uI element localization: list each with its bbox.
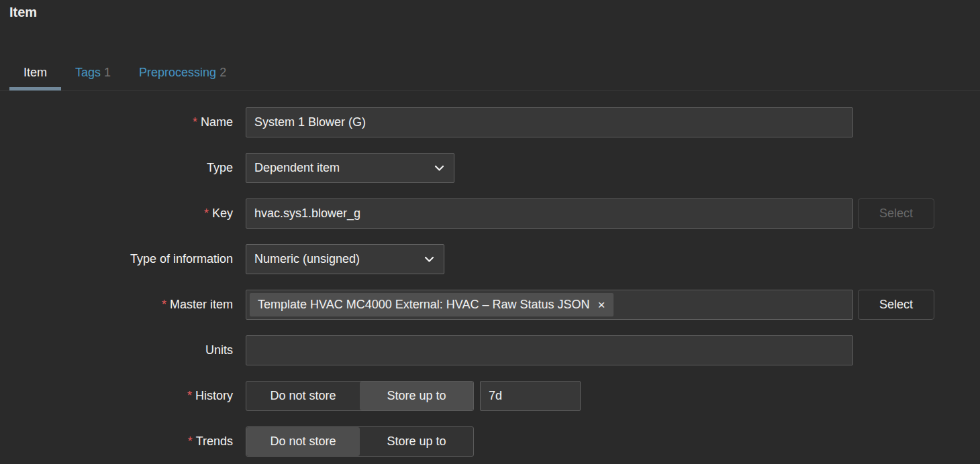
history-label: *History — [0, 381, 233, 411]
trends-toggle: Do not store Store up to — [246, 426, 474, 457]
form-row-type-of-information: Type of information Numeric (unsigned) — [0, 244, 980, 274]
form-row-name: *Name — [0, 107, 980, 137]
tab-preprocessing-label: Preprocessing — [139, 66, 216, 79]
tab-item-label: Item — [23, 66, 47, 79]
tab-preprocessing-count: 2 — [219, 66, 226, 79]
tab-preprocessing[interactable]: Preprocessing2 — [125, 60, 240, 91]
form-row-trends: *Trends Do not store Store up to — [0, 426, 980, 457]
units-label: Units — [0, 335, 233, 365]
tab-tags[interactable]: Tags1 — [61, 60, 125, 91]
history-storage-period-input[interactable] — [480, 381, 581, 411]
master-item-label: *Master item — [0, 290, 233, 320]
remove-icon[interactable]: × — [598, 298, 605, 311]
form-row-master-item: *Master item Template HVAC MC4000 Extern… — [0, 290, 980, 320]
key-label: *Key — [0, 198, 233, 229]
required-asterisk: * — [188, 434, 193, 448]
form-row-units: Units — [0, 335, 980, 365]
type-of-information-label: Type of information — [0, 244, 233, 274]
chevron-down-icon — [424, 256, 434, 263]
form-row-type: Type Dependent item — [0, 153, 980, 183]
history-do-not-store-button[interactable]: Do not store — [246, 382, 360, 410]
key-input[interactable] — [246, 198, 853, 229]
trends-store-up-to-button[interactable]: Store up to — [360, 427, 473, 456]
key-select-button[interactable]: Select — [858, 198, 934, 229]
name-input[interactable] — [246, 107, 853, 137]
type-select[interactable]: Dependent item — [246, 153, 454, 183]
tab-tags-label: Tags — [75, 66, 101, 79]
trends-label: *Trends — [0, 426, 233, 457]
master-item-select-button[interactable]: Select — [858, 290, 934, 320]
type-of-information-select[interactable]: Numeric (unsigned) — [246, 244, 444, 274]
master-item-chip-label: Template HVAC MC4000 External: HVAC – Ra… — [258, 298, 590, 312]
required-asterisk: * — [187, 389, 192, 402]
required-asterisk: * — [162, 298, 166, 311]
name-label: *Name — [0, 107, 233, 137]
history-toggle: Do not store Store up to — [246, 381, 474, 411]
master-item-chip: Template HVAC MC4000 External: HVAC – Ra… — [250, 293, 614, 316]
tab-bar: Item Tags1 Preprocessing2 — [0, 60, 980, 91]
units-input[interactable] — [246, 335, 853, 365]
chevron-down-icon — [434, 165, 444, 172]
required-asterisk: * — [204, 207, 209, 220]
required-asterisk: * — [193, 115, 197, 129]
form-row-history: *History Do not store Store up to — [0, 381, 980, 411]
tab-tags-count: 1 — [104, 66, 111, 79]
type-of-information-select-value: Numeric (unsigned) — [254, 252, 360, 266]
type-select-value: Dependent item — [254, 161, 340, 175]
type-label: Type — [0, 153, 233, 183]
page-title: Item — [9, 4, 980, 20]
master-item-field[interactable]: Template HVAC MC4000 External: HVAC – Ra… — [246, 290, 853, 320]
item-form: *Name Type Dependent item *Key Select Ty… — [0, 107, 980, 457]
history-store-up-to-button[interactable]: Store up to — [360, 382, 473, 410]
tab-item[interactable]: Item — [9, 60, 61, 91]
trends-do-not-store-button[interactable]: Do not store — [246, 427, 360, 456]
form-row-key: *Key Select — [0, 198, 980, 229]
